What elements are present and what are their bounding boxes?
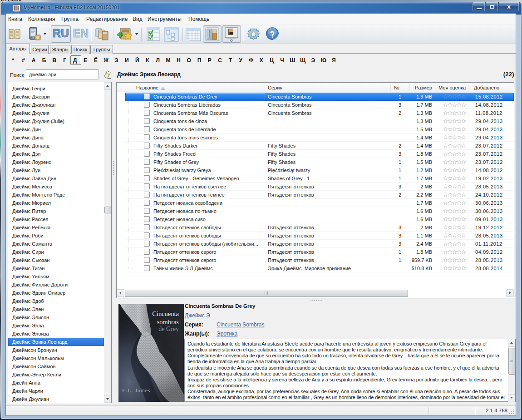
svg-text:de Grey: de Grey <box>158 326 179 332</box>
svg-text:sombras: sombras <box>157 318 179 326</box>
svg-text:E.L. James: E.L. James <box>122 388 151 393</box>
svg-text:Cincuenta: Cincuenta <box>152 310 179 317</box>
